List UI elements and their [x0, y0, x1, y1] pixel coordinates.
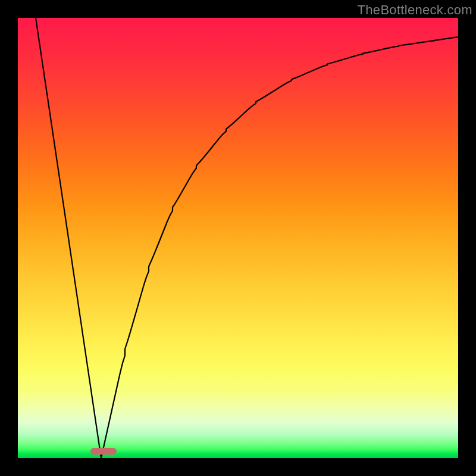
bottleneck-curve — [36, 18, 458, 458]
curve-svg — [18, 18, 458, 458]
watermark-text: TheBottleneck.com — [358, 2, 472, 18]
optimal-zone-marker — [90, 448, 117, 455]
chart-container: TheBottleneck.com — [0, 0, 476, 476]
plot-area — [18, 18, 458, 458]
